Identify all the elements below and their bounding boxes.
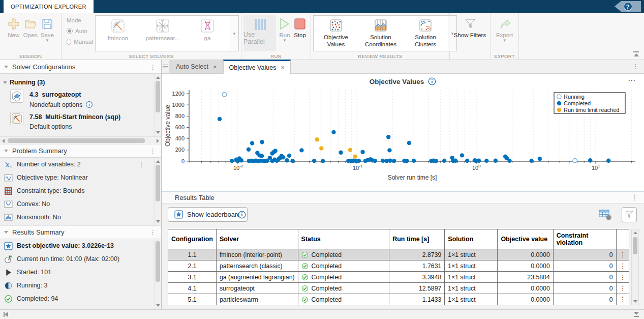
solver-gallery: fmincon patternsear... ga ▾ <box>95 15 239 51</box>
solver-configurations-menu-icon[interactable]: ⋮ <box>149 64 156 70</box>
ribbon-group-review-results: ObjectiveValues SolutionCoordinates Solu… <box>311 13 450 60</box>
scroll-thumb[interactable] <box>8 138 145 143</box>
scroll-down-icon[interactable] <box>156 220 160 223</box>
table-row[interactable]: 1.1fmincon (interior-point)Completed2.87… <box>168 249 629 260</box>
table-row[interactable]: 2.1patternsearch (classic)Completed1.763… <box>168 260 629 272</box>
column-header[interactable]: Solution <box>445 229 498 249</box>
collapse-sidebar-icon[interactable] <box>4 312 8 317</box>
table-cell: surrogateopt <box>216 283 298 294</box>
config-item-multistart-fmincon[interactable]: 7.58 Multi-Start fmincon (sqp) Default o… <box>10 112 161 130</box>
table-columns-settings-icon[interactable] <box>598 208 612 221</box>
results-summary-header[interactable]: Results Summary ⋮ <box>0 225 161 239</box>
radio-auto[interactable]: Auto <box>67 28 93 34</box>
scroll-left-icon[interactable] <box>2 139 5 143</box>
tab-list-icon[interactable] <box>162 60 170 73</box>
open-button[interactable]: Open <box>23 13 38 60</box>
scroll-thumb[interactable] <box>156 165 160 201</box>
scroll-thumb[interactable] <box>156 241 160 282</box>
solver-configurations-header[interactable]: Solver Configurations ⋮ <box>0 60 161 74</box>
run-dropdown-icon[interactable]: ▾ <box>284 38 286 42</box>
close-tab-icon[interactable]: × <box>213 64 217 70</box>
info-icon[interactable] <box>238 211 246 219</box>
scatter-point <box>434 159 438 163</box>
column-header[interactable]: Run time [s] <box>389 229 445 249</box>
scroll-up-icon[interactable] <box>633 231 637 234</box>
solution-clusters-button[interactable]: SolutionClusters <box>403 16 448 51</box>
new-button[interactable]: New <box>7 13 20 60</box>
row-menu-icon[interactable]: ⋮ <box>616 249 629 260</box>
scroll-thumb[interactable] <box>156 81 160 112</box>
collapse-bottom-icon[interactable] <box>634 312 639 317</box>
help-button[interactable]: ? <box>615 1 641 12</box>
legend-marker <box>557 95 561 99</box>
tab-objective-values[interactable]: Objective Values × <box>223 60 291 74</box>
table-row[interactable]: 5.1particleswarmCompleted1.14331×1 struc… <box>168 294 629 305</box>
run-button[interactable]: Run ▾ <box>278 13 291 60</box>
info-icon[interactable] <box>85 101 93 108</box>
column-header[interactable]: Configuration <box>168 229 217 249</box>
x-axis-label: Solver run time [s] <box>388 174 437 181</box>
minimize-ribbon-icon[interactable] <box>633 51 639 56</box>
tab-auto-select[interactable]: Auto Select × <box>170 60 223 73</box>
solver-gallery-dropdown[interactable]: ▾ <box>230 16 238 51</box>
summary-item-label: Convex: No <box>17 200 50 208</box>
stop-button[interactable]: Stop <box>293 13 306 60</box>
problem-summary-header[interactable]: Problem Summary ⋮ <box>0 144 161 158</box>
column-header[interactable]: Status <box>298 229 389 249</box>
scroll-thumb[interactable] <box>633 237 637 254</box>
solver-fmincon-button[interactable]: fmincon <box>96 16 140 51</box>
export-dropdown-icon[interactable]: ▾ <box>503 38 506 42</box>
show-leaderboard-button[interactable]: Show leaderboard <box>168 207 248 222</box>
column-header[interactable]: Objective value <box>498 229 553 249</box>
solver-patternsearch-button[interactable]: patternsear... <box>140 16 185 51</box>
table-filter-button[interactable] <box>622 207 637 222</box>
table-vertical-scrollbar[interactable] <box>631 229 639 305</box>
row-menu-icon[interactable]: ⋮ <box>616 283 629 294</box>
save-button[interactable]: Save ▾ <box>41 13 54 60</box>
problem-summary-menu-icon[interactable]: ⋮ <box>149 148 156 154</box>
variables-row-menu-icon[interactable]: ⋮ <box>139 162 145 168</box>
row-menu-icon[interactable]: ⋮ <box>616 305 629 306</box>
save-dropdown-icon[interactable]: ▾ <box>46 38 49 42</box>
scroll-down-icon[interactable] <box>633 300 637 303</box>
status-cell: Completed <box>298 272 389 283</box>
solver-config-horizontal-scrollbar[interactable] <box>0 136 161 144</box>
table-row[interactable]: 3.1ga (augmented lagrangian)Completed3.3… <box>168 272 629 283</box>
scatter-point <box>386 135 390 139</box>
objective-values-button[interactable]: ObjectiveValues <box>314 16 358 51</box>
results-table-menu-icon[interactable]: ⋮ <box>631 194 638 201</box>
table-row[interactable]: 6.1simulannealbndCompleted1.03391×1 stru… <box>168 305 629 306</box>
column-header[interactable]: Constraint violation <box>553 229 616 249</box>
running-group[interactable]: Running (3) <box>0 74 161 86</box>
use-parallel-button[interactable]: Use Parallel <box>243 15 276 51</box>
config-item-surrogateopt[interactable]: 4.3 surrogateopt Nondefault options <box>10 90 161 108</box>
export-button[interactable]: Export ▾ <box>496 13 513 60</box>
status-label: Completed <box>312 251 342 258</box>
radio-manual[interactable]: Manual <box>67 39 93 45</box>
ga-dna-icon <box>200 19 214 33</box>
solver-config-vertical-scrollbar[interactable] <box>154 74 161 136</box>
row-menu-icon[interactable]: ⋮ <box>616 260 629 272</box>
table-cell: 4.1 <box>168 283 217 294</box>
scroll-up-icon[interactable] <box>156 76 160 79</box>
table-row[interactable]: 4.1surrogateoptCompleted12.58971×1 struc… <box>168 283 629 294</box>
y-axis-label: Objective value <box>164 105 171 147</box>
scatter-point <box>465 159 469 163</box>
row-menu-icon[interactable]: ⋮ <box>616 272 629 283</box>
column-header[interactable]: Solver <box>216 229 298 249</box>
tabbar-menu-icon[interactable]: ⋮ <box>632 63 639 70</box>
show-filters-button[interactable]: Show Filters <box>454 13 486 60</box>
solution-coordinates-button[interactable]: SolutionCoordinates <box>358 16 403 51</box>
close-tab-icon[interactable]: × <box>281 64 285 71</box>
row-menu-icon[interactable]: ⋮ <box>616 294 629 305</box>
scroll-right-icon[interactable] <box>157 139 159 143</box>
results-summary-menu-icon[interactable]: ⋮ <box>149 229 156 236</box>
ribbon-tab-optimization-explorer[interactable]: OPTIMIZATION EXPLORER <box>4 0 94 13</box>
solver-ga-button[interactable]: ga <box>185 16 230 51</box>
scroll-up-icon[interactable] <box>156 160 160 163</box>
scroll-down-icon[interactable] <box>156 304 160 307</box>
scroll-down-icon[interactable] <box>156 131 160 134</box>
results-summary-vertical-scrollbar[interactable] <box>154 239 161 309</box>
problem-summary-vertical-scrollbar[interactable] <box>154 158 161 225</box>
scatter-point <box>273 149 278 153</box>
